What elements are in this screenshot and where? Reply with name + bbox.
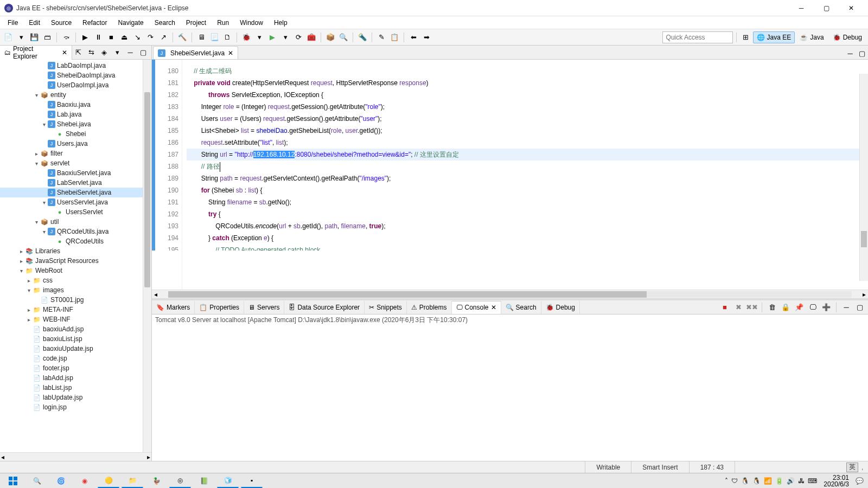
tree-item[interactable]: 📄labList.jsp <box>0 383 151 393</box>
tree-item[interactable]: ▸📁css <box>0 275 151 285</box>
step-return-button[interactable]: ↗ <box>157 31 169 43</box>
tree-item[interactable]: 📄code.jsp <box>0 354 151 363</box>
code-area[interactable]: // 生成二维码 private void create(HttpServlet… <box>182 60 868 290</box>
tree-item[interactable]: ▸📁META-INF <box>0 305 151 314</box>
open-perspective-button[interactable]: ⊞ <box>740 31 752 43</box>
bottom-tab-properties[interactable]: 📋Properties <box>195 301 244 314</box>
expand-arrow-icon[interactable]: ▾ <box>33 92 40 98</box>
maximize-panel-button[interactable]: ▢ <box>854 301 866 313</box>
file-explorer-button[interactable]: 📁 <box>122 474 143 488</box>
app-button-1[interactable]: 🌀 <box>50 474 72 488</box>
tray-lang-icon[interactable]: ⌨ <box>808 477 817 485</box>
tree-item[interactable]: JLab.java <box>0 110 151 119</box>
skip-breakpoints-button[interactable]: ⤼ <box>60 31 72 43</box>
tree-item[interactable]: ▾📦util <box>0 217 151 227</box>
new-dropdown-icon[interactable]: ▾ <box>15 31 27 43</box>
minimize-panel-button[interactable]: ─ <box>840 301 852 313</box>
menu-search[interactable]: Search <box>149 17 181 29</box>
new-class-button[interactable]: 🗋 <box>221 31 233 43</box>
bottom-tab-problems[interactable]: ⚠Problems <box>407 301 452 314</box>
explorer-tree[interactable]: JLabDaoImpl.javaJShebeiDaoImpl.javaJUser… <box>0 60 151 452</box>
perspective-debug[interactable]: 🐞Debug <box>829 31 866 43</box>
collapse-all-button[interactable]: ⇱ <box>72 47 84 59</box>
disconnect-button[interactable]: ⏏ <box>118 31 130 43</box>
step-over-button[interactable]: ↷ <box>144 31 156 43</box>
expand-arrow-icon[interactable]: ▾ <box>17 268 25 274</box>
tray-volume-icon[interactable]: 🔊 <box>787 477 795 485</box>
tree-item[interactable]: 📄labUpdate.jsp <box>0 393 151 402</box>
close-tab-icon[interactable]: ✕ <box>491 304 496 311</box>
terminal-button[interactable]: ▪ <box>241 474 263 488</box>
expand-arrow-icon[interactable]: ▾ <box>40 121 48 127</box>
display-console-button[interactable]: 🖵 <box>807 301 819 313</box>
tree-item[interactable]: 📄baoxiuUpdate.jsp <box>0 344 151 354</box>
tree-item[interactable]: ▸📚JavaScript Resources <box>0 256 151 266</box>
app-button-2[interactable]: ◉ <box>74 474 95 488</box>
expand-arrow-icon[interactable]: ▸ <box>25 317 33 323</box>
bottom-tab-search[interactable]: 🔍Search <box>501 301 541 314</box>
menu-file[interactable]: File <box>2 17 23 29</box>
forward-button[interactable]: ➡ <box>420 31 432 43</box>
menu-edit[interactable]: Edit <box>23 17 46 29</box>
tree-item[interactable]: ▸📚Libraries <box>0 246 151 256</box>
tree-item[interactable]: ▾JShebei.java <box>0 119 151 129</box>
save-all-button[interactable]: 🗃 <box>41 31 53 43</box>
new-server-button[interactable]: 🖥 <box>195 31 207 43</box>
app-button-4[interactable]: 📗 <box>193 474 215 488</box>
tree-item[interactable]: JUsers.java <box>0 139 151 149</box>
perspective-java[interactable]: ☕Java <box>796 31 827 43</box>
build-button[interactable]: 🔨 <box>176 31 188 43</box>
menu-navigate[interactable]: Navigate <box>112 17 149 29</box>
tray-battery-icon[interactable]: 🔋 <box>775 477 783 485</box>
ime-indicator[interactable]: 英 <box>846 463 858 472</box>
debug-button[interactable]: 🐞 <box>240 31 252 43</box>
menu-run[interactable]: Run <box>212 17 234 29</box>
search-button[interactable]: 🔍 <box>26 474 48 488</box>
bottom-tab-markers[interactable]: 🔖Markers <box>152 301 195 314</box>
pin-console-button[interactable]: 📌 <box>793 301 805 313</box>
new-jsp-button[interactable]: 📃 <box>208 31 220 43</box>
expand-arrow-icon[interactable]: ▾ <box>40 229 48 235</box>
menu-project[interactable]: Project <box>181 17 212 29</box>
minimize-editor-button[interactable]: ─ <box>844 47 856 59</box>
taskbar-clock[interactable]: 23:01 2020/6/3 <box>820 474 852 487</box>
expand-arrow-icon[interactable]: ▾ <box>33 160 40 166</box>
tray-network-icon[interactable]: 🖧 <box>798 477 805 485</box>
bottom-tab-console[interactable]: 🖵Console ✕ <box>452 301 501 314</box>
quick-access-input[interactable] <box>662 31 733 43</box>
tree-item[interactable]: 📄login.jsp <box>0 402 151 412</box>
maximize-button[interactable]: ▢ <box>814 0 839 16</box>
explorer-hscrollbar[interactable]: ◂▸ <box>0 452 151 461</box>
new-package-button[interactable]: 📦 <box>324 31 336 43</box>
search-button[interactable]: 🔦 <box>356 31 368 43</box>
tree-item[interactable]: JShebeiDaoImpl.java <box>0 70 151 80</box>
expand-arrow-icon[interactable]: ▸ <box>25 278 33 284</box>
open-type-button[interactable]: 🔍 <box>337 31 349 43</box>
tree-item[interactable]: JBaoxiu.java <box>0 100 151 110</box>
expand-arrow-icon[interactable]: ▸ <box>25 307 33 313</box>
expand-arrow-icon[interactable]: ▾ <box>33 219 40 225</box>
clear-console-button[interactable]: 🗑 <box>766 301 778 313</box>
run-dropdown-icon[interactable]: ▾ <box>279 31 291 43</box>
suspend-button[interactable]: ⏸ <box>92 31 104 43</box>
tree-item[interactable]: ▾JQRCodeUtils.java <box>0 227 151 236</box>
tree-item[interactable]: 📄baoxiuAdd.jsp <box>0 324 151 334</box>
tree-item[interactable]: 📄baoxiuList.jsp <box>0 334 151 344</box>
toggle-mark-button[interactable]: ✎ <box>375 31 387 43</box>
external-tools-button[interactable]: 🧰 <box>305 31 317 43</box>
app-button-3[interactable]: 🦆 <box>145 474 167 488</box>
tray-icon-3[interactable]: 🐧 <box>752 477 761 485</box>
console-body[interactable]: Tomcat v8.0 Server at localhost [Apache … <box>152 314 868 461</box>
menu-source[interactable]: Source <box>46 17 77 29</box>
remove-launch-button[interactable]: ✖ <box>732 301 744 313</box>
menu-refactor[interactable]: Refactor <box>77 17 112 29</box>
minimize-button[interactable]: ─ <box>789 0 814 16</box>
terminate-button[interactable]: ■ <box>105 31 117 43</box>
expand-arrow-icon[interactable]: ▸ <box>17 248 25 254</box>
menu-window[interactable]: Window <box>234 17 269 29</box>
tree-item[interactable]: 📄ST0001.jpg <box>0 295 151 305</box>
expand-arrow-icon[interactable]: ▾ <box>25 287 33 293</box>
new-button[interactable]: 📄 <box>2 31 14 43</box>
bottom-tab-data-source-explorer[interactable]: 🗄Data Source Explorer <box>284 301 365 314</box>
maximize-view-button[interactable]: ▢ <box>137 47 149 59</box>
